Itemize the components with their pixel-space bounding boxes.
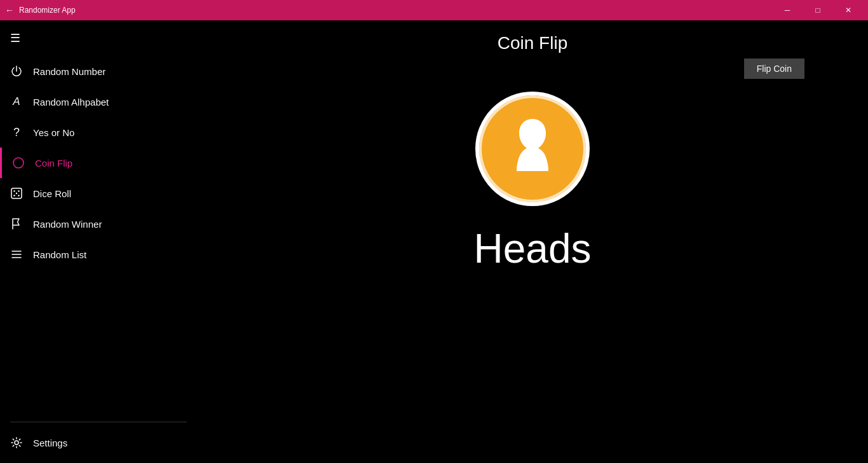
random-alphabet-label: Random Alhpabet — [33, 97, 109, 107]
app-body: ☰ Random Number A Random Alhpabet ? Y — [0, 20, 868, 463]
svg-point-4 — [13, 195, 15, 196]
random-number-label: Random Number — [33, 66, 105, 77]
yes-or-no-label: Yes or No — [33, 127, 74, 138]
svg-point-10 — [15, 441, 18, 445]
sidebar-item-random-winner[interactable]: Random Winner — [0, 209, 197, 239]
flag-icon — [10, 218, 23, 230]
title-bar-left: ← Randomizer App — [5, 5, 76, 15]
sidebar-item-dice-roll[interactable]: Dice Roll — [0, 178, 197, 209]
power-icon — [10, 65, 23, 78]
sidebar-nav: Random Number A Random Alhpabet ? Yes or… — [0, 56, 197, 417]
question-icon: ? — [10, 126, 23, 139]
maximize-button[interactable]: □ — [803, 0, 832, 20]
title-bar: ← Randomizer App ─ □ ✕ — [0, 0, 868, 20]
sidebar: ☰ Random Number A Random Alhpabet ? Y — [0, 20, 197, 463]
sidebar-item-random-number[interactable]: Random Number — [0, 56, 197, 86]
hamburger-icon[interactable]: ☰ — [10, 31, 20, 45]
svg-point-5 — [18, 195, 19, 196]
sidebar-divider — [10, 422, 187, 422]
back-button[interactable]: ← — [5, 5, 14, 15]
minimize-button[interactable]: ─ — [773, 0, 802, 20]
main-content: Coin Flip Flip Coin Heads — [197, 20, 868, 463]
coin-area: Heads — [474, 92, 592, 272]
sidebar-item-coin-flip[interactable]: Coin Flip — [0, 148, 197, 178]
flip-coin-button[interactable]: Flip Coin — [744, 59, 804, 79]
random-winner-label: Random Winner — [33, 219, 102, 230]
settings-label: Settings — [33, 438, 67, 448]
svg-point-0 — [13, 158, 24, 168]
dice-roll-label: Dice Roll — [33, 188, 71, 199]
sidebar-item-settings[interactable]: Settings — [0, 427, 197, 458]
random-list-label: Random List — [33, 249, 86, 260]
gear-icon — [10, 436, 23, 449]
svg-point-6 — [16, 193, 17, 194]
sidebar-item-random-alphabet[interactable]: A Random Alhpabet — [0, 86, 197, 117]
sidebar-top: ☰ — [0, 20, 197, 56]
coin-silhouette — [504, 114, 561, 184]
coin-icon — [12, 156, 25, 169]
close-button[interactable]: ✕ — [834, 0, 863, 20]
back-icon: ← — [5, 5, 14, 15]
result-text: Heads — [474, 225, 592, 272]
svg-point-3 — [18, 190, 19, 191]
sidebar-item-yes-or-no[interactable]: ? Yes or No — [0, 117, 197, 148]
app-title: Randomizer App — [19, 6, 76, 15]
coin-flip-label: Coin Flip — [35, 158, 72, 169]
window-controls: ─ □ ✕ — [773, 0, 863, 20]
list-icon — [10, 248, 23, 261]
dice-icon — [10, 187, 23, 200]
sidebar-item-random-list[interactable]: Random List — [0, 239, 197, 270]
alphabet-icon: A — [10, 95, 23, 108]
sidebar-bottom: Settings — [0, 427, 197, 463]
svg-point-2 — [13, 190, 15, 191]
page-title: Coin Flip — [498, 33, 567, 53]
coin-inner-ring — [479, 95, 586, 202]
coin — [475, 92, 590, 206]
